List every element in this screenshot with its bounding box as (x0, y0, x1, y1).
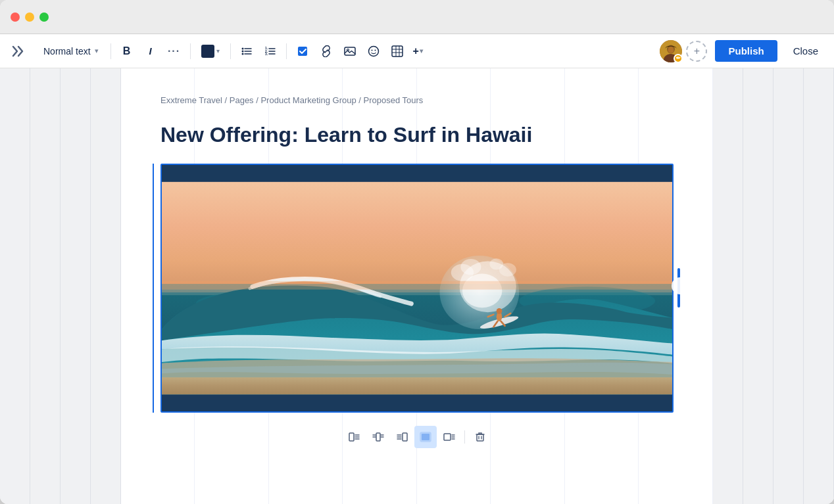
close-button[interactable]: Close (785, 40, 826, 62)
breadcrumb: Exxtreme Travel / Pages / Product Market… (160, 95, 674, 106)
link-button[interactable] (316, 41, 337, 62)
text-style-label: Normal text (43, 46, 91, 57)
text-style-chevron: ▾ (95, 47, 99, 55)
image-toolbar (160, 421, 674, 453)
insert-plus: + (413, 45, 419, 57)
bold-button[interactable]: B (116, 41, 137, 62)
left-selection-border (153, 164, 154, 413)
editor-content: Exxtreme Travel / Pages / Product Market… (121, 68, 713, 480)
app-logo (8, 41, 29, 62)
svg-point-2 (241, 53, 243, 55)
svg-rect-66 (444, 434, 451, 440)
publish-button[interactable]: Publish (715, 40, 777, 62)
divider-1 (110, 43, 111, 59)
image-button[interactable] (339, 41, 360, 62)
svg-rect-18 (392, 46, 403, 57)
avatar-wrapper: ✏ (660, 40, 682, 62)
bullet-list-button[interactable] (236, 41, 257, 62)
svg-rect-51 (349, 433, 354, 441)
surf-image-container (162, 165, 672, 411)
svg-rect-48 (162, 281, 672, 289)
svg-rect-40 (162, 377, 672, 394)
svg-point-1 (241, 50, 243, 52)
svg-point-16 (371, 49, 372, 51)
image-wrap-button[interactable] (414, 426, 437, 448)
color-swatch (201, 45, 214, 58)
svg-text:3.: 3. (265, 52, 268, 56)
task-button[interactable] (292, 41, 313, 62)
add-user-button[interactable]: + (686, 41, 707, 62)
image-align-center-button[interactable] (367, 426, 389, 448)
page-title[interactable]: New Offering: Learn to Surf in Hawaii (160, 122, 674, 147)
editor-paper: Exxtreme Travel / Pages / Product Market… (121, 68, 713, 504)
emoji-button[interactable] (363, 41, 384, 62)
svg-point-17 (374, 49, 376, 51)
svg-rect-65 (422, 434, 429, 440)
image-block-container: ☞ (160, 164, 674, 413)
img-toolbar-divider (464, 430, 465, 444)
insert-chevron: ▾ (420, 47, 423, 55)
svg-rect-27 (162, 181, 672, 294)
ordered-list-button[interactable]: 1. 2. 3. (260, 41, 281, 62)
divider-2 (190, 43, 191, 59)
more-formatting-button[interactable]: ··· (164, 41, 185, 62)
right-margin (713, 68, 834, 504)
image-block[interactable] (160, 164, 674, 413)
italic-button[interactable]: I (140, 41, 161, 62)
app-window: Normal text ▾ B I ··· ▾ (0, 0, 834, 504)
maximize-traffic-light[interactable] (39, 12, 49, 22)
image-inline-button[interactable] (438, 426, 460, 448)
svg-rect-55 (376, 433, 380, 441)
svg-point-26 (668, 47, 674, 53)
svg-point-15 (368, 46, 378, 56)
resize-cursor-icon: ☞ (671, 277, 689, 299)
divider-3 (230, 43, 231, 59)
divider-4 (286, 43, 287, 59)
svg-point-43 (497, 308, 503, 314)
svg-rect-60 (403, 433, 407, 441)
insert-button[interactable]: + ▾ (410, 41, 426, 62)
minimize-traffic-light[interactable] (25, 12, 34, 22)
image-delete-button[interactable] (469, 426, 491, 448)
table-button[interactable] (387, 41, 408, 62)
editor-toolbar: Normal text ▾ B I ··· ▾ (0, 34, 834, 68)
text-color-button[interactable]: ▾ (196, 42, 225, 60)
text-style-picker[interactable]: Normal text ▾ (37, 42, 105, 60)
image-align-left-button[interactable] (343, 426, 366, 448)
svg-point-39 (460, 259, 481, 275)
avatar-badge: ✏ (674, 54, 683, 63)
user-area: ✏ + (660, 40, 707, 62)
svg-point-0 (241, 47, 243, 49)
close-traffic-light[interactable] (11, 12, 20, 22)
svg-rect-70 (477, 434, 483, 441)
image-align-right-button[interactable] (391, 426, 413, 448)
svg-point-38 (489, 258, 503, 269)
svg-point-49 (672, 277, 689, 294)
titlebar (0, 0, 834, 34)
editor-main: Exxtreme Travel / Pages / Product Market… (0, 68, 834, 504)
left-margin (0, 68, 121, 504)
color-chevron: ▾ (216, 47, 220, 55)
